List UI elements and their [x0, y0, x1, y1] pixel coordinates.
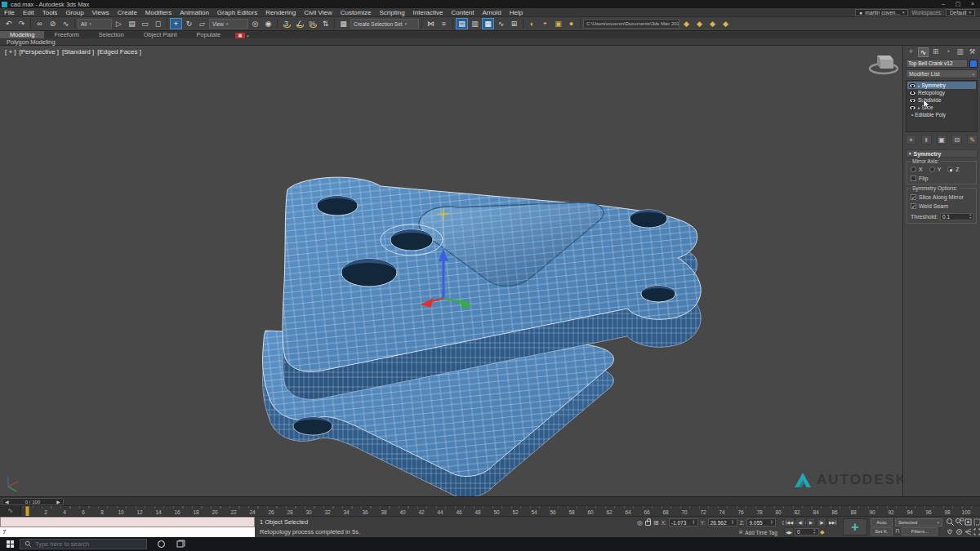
panel-tab-hierarchy-icon[interactable]: ⊞ — [930, 47, 941, 57]
object-name-field[interactable]: Top Bell Crank v12 — [906, 59, 968, 68]
percent-snap-toggle-icon[interactable]: % — [306, 18, 318, 29]
auto-key-button[interactable]: Auto — [871, 518, 893, 527]
next-frame-arrow-icon[interactable]: ▶ — [56, 499, 60, 504]
menu-content[interactable]: Content — [448, 9, 479, 16]
window-crossing-icon[interactable]: ◻ — [152, 18, 164, 29]
menu-scripting[interactable]: Scripting — [375, 9, 408, 16]
previous-frame-button[interactable]: ◀| — [795, 518, 805, 527]
task-view-icon[interactable] — [176, 540, 185, 549]
share-view-icon[interactable]: ◆ — [706, 18, 719, 29]
scene-canvas[interactable] — [0, 46, 903, 496]
import-file-icon[interactable]: ◆ — [680, 18, 693, 29]
flip-checkbox[interactable] — [911, 176, 916, 181]
zoom-all-icon[interactable] — [955, 518, 964, 527]
pan-hand-icon[interactable] — [946, 527, 955, 536]
show-end-result-icon[interactable]: ‖ — [921, 135, 932, 144]
visibility-eye-icon[interactable] — [909, 98, 916, 103]
menu-customize[interactable]: Customize — [336, 9, 376, 16]
menu-arnold[interactable]: Arnold — [479, 9, 506, 16]
mirror-axis-y-radio[interactable]: Y — [929, 167, 942, 172]
taskbar-search[interactable] — [20, 539, 147, 549]
select-object-icon[interactable]: ▷ — [113, 18, 125, 29]
maximize-button[interactable]: ▢ — [951, 1, 965, 7]
ribbon-config-icon[interactable]: ▦ — [235, 33, 245, 38]
key-mode-toggle-button[interactable]: ◀▶ — [784, 527, 794, 536]
menu-graph-editors[interactable]: Graph Editors — [213, 9, 261, 16]
visibility-eye-icon[interactable] — [909, 105, 916, 110]
asset-tracking-icon[interactable]: ◆ — [719, 18, 732, 29]
panel-tab-display-icon[interactable]: ▥ — [955, 47, 965, 57]
time-tag-icon[interactable]: ⌸ — [739, 529, 742, 535]
menu-animation[interactable]: Animation — [176, 9, 213, 16]
material-editor-icon[interactable]: ◐ — [526, 18, 538, 29]
selection-filter-dropdown[interactable]: All — [78, 19, 112, 29]
edit-named-selection-sets-icon[interactable]: ▦ — [337, 18, 350, 29]
menu-tools[interactable]: Tools — [38, 9, 62, 16]
prev-frame-arrow-icon[interactable]: ◀ — [5, 499, 9, 504]
key-filters-icon[interactable]: ◆ — [820, 529, 824, 535]
selection-set-dropdown[interactable]: Selected ▾ — [895, 518, 942, 527]
y-coordinate-field[interactable]: 26.562▲▼ — [708, 518, 737, 527]
next-frame-button[interactable]: |▶ — [817, 518, 826, 527]
polygon-modeling-panel-label[interactable]: Polygon Modeling — [7, 38, 56, 46]
render-setup-icon[interactable]: ◓ — [539, 18, 551, 29]
field-of-view-icon[interactable] — [964, 527, 973, 536]
zoom-icon[interactable] — [946, 518, 955, 527]
redo-icon[interactable]: ↷ — [16, 18, 28, 29]
expand-arrow-icon[interactable]: ▸ — [918, 105, 920, 110]
symmetry-rollout-header[interactable]: ▾ Symmetry — [906, 149, 978, 158]
user-account-dropdown[interactable]: ● martin coven... — [855, 9, 908, 16]
stack-row-editable-poly[interactable]: ▪Editable Poly — [907, 111, 976, 118]
named-selection-sets-dropdown[interactable]: Create Selection Set — [350, 19, 419, 29]
threshold-spinner[interactable]: 0.1 ▲▼ — [940, 213, 973, 220]
expand-arrow-icon[interactable]: ▸ — [918, 83, 920, 88]
spinner-arrows-icon[interactable]: ▲▼ — [969, 214, 973, 220]
visibility-eye-icon[interactable] — [909, 83, 916, 88]
render-production-icon[interactable]: ● — [565, 18, 577, 29]
close-button[interactable]: × — [965, 1, 980, 7]
key-filter-icon[interactable]: ⊓ — [895, 528, 899, 535]
mirror-axis-z-radio[interactable]: Z — [947, 167, 959, 172]
rendered-frame-window-icon[interactable]: ▣ — [552, 18, 564, 29]
select-and-manipulate-icon[interactable]: ◉ — [262, 18, 274, 29]
unlink-selection-icon[interactable]: ⊘ — [47, 18, 59, 29]
x-coordinate-field[interactable]: -1.073▲▼ — [669, 518, 698, 527]
select-and-move-icon[interactable]: + — [170, 18, 182, 29]
menu-group[interactable]: Group — [61, 9, 87, 16]
select-by-name-icon[interactable]: ▤ — [126, 18, 138, 29]
mirror-axis-x-radio[interactable]: X — [911, 167, 923, 172]
stack-row-subdivide[interactable]: Subdivide — [907, 96, 976, 104]
menu-civil-view[interactable]: Civil View — [300, 9, 336, 16]
stack-row-symmetry[interactable]: ▸Symmetry — [907, 82, 976, 89]
slice-along-mirror-checkbox[interactable]: ✓ — [911, 194, 916, 200]
add-time-tag-text[interactable]: Add Time Tag — [745, 530, 777, 535]
align-icon[interactable]: ≡ — [438, 18, 450, 29]
select-and-rotate-icon[interactable]: ↻ — [183, 18, 195, 29]
menu-rendering[interactable]: Rendering — [261, 9, 300, 16]
minimize-button[interactable]: – — [936, 1, 951, 7]
ribbon-tab-populate[interactable]: Populate — [187, 31, 231, 38]
viewcube[interactable] — [870, 56, 898, 73]
export-file-icon[interactable]: ◆ — [693, 18, 706, 29]
viewport-pov-menu[interactable]: [Perspective ] — [20, 48, 59, 56]
maximize-viewport-icon[interactable] — [973, 527, 980, 536]
curve-editor-icon[interactable]: ∿ — [495, 18, 507, 29]
panel-tab-motion-icon[interactable]: ◔ — [942, 47, 953, 57]
menu-edit[interactable]: Edit — [19, 9, 38, 16]
remove-modifier-icon[interactable]: ⊟ — [951, 135, 962, 144]
schematic-view-icon[interactable]: ⊞ — [508, 18, 520, 29]
pin-stack-icon[interactable]: ⌖ — [906, 135, 916, 144]
play-button[interactable]: ▶ — [806, 518, 816, 527]
viewport-style-menu[interactable]: [Standard ] — [62, 48, 94, 56]
spinner-snap-toggle-icon[interactable]: ⇅ — [319, 18, 332, 29]
weld-seam-checkbox[interactable]: ✓ — [911, 203, 916, 209]
set-keys-button[interactable]: + — [843, 518, 867, 535]
stack-row-retopology[interactable]: Retopology — [907, 89, 976, 96]
rectangular-selection-region-icon[interactable]: ▭ — [139, 18, 151, 29]
modifier-list-dropdown[interactable]: Modifier List ▾ — [906, 69, 978, 78]
zoom-region-icon[interactable] — [973, 518, 980, 527]
go-to-end-button[interactable]: ▶▶| — [827, 518, 838, 527]
make-unique-icon[interactable]: ▣ — [937, 135, 947, 144]
ribbon-tab-selection[interactable]: Selection — [89, 31, 134, 38]
select-link-icon[interactable]: ∞ — [33, 18, 46, 29]
